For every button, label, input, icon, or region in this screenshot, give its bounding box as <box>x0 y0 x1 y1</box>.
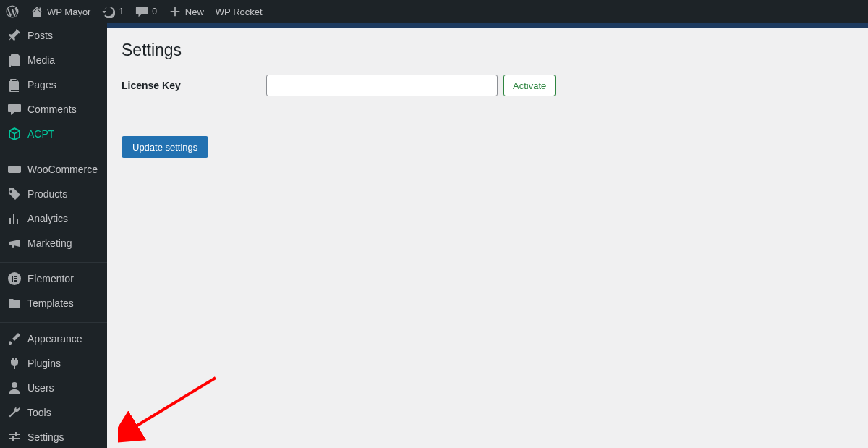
sidebar-item-tools[interactable]: Tools <box>0 400 107 425</box>
svg-rect-2 <box>12 276 13 282</box>
new-content-menu[interactable]: New <box>163 0 210 23</box>
sidebar-item-comments[interactable]: Comments <box>0 97 107 122</box>
annotation-arrow <box>118 371 226 448</box>
wrench-icon <box>7 405 22 420</box>
woo-icon <box>7 162 22 177</box>
sidebar-item-label: Elementor <box>27 273 74 284</box>
comments-menu[interactable]: 0 <box>129 0 163 23</box>
pin-icon <box>7 28 22 43</box>
update-settings-button[interactable]: Update settings <box>122 136 208 158</box>
sidebar-item-settings[interactable]: Settings <box>0 425 107 448</box>
svg-rect-5 <box>14 280 17 282</box>
menu-separator <box>0 259 107 263</box>
svg-rect-0 <box>8 166 21 173</box>
page-title: Settings <box>122 41 854 60</box>
admin-menu: Posts Media Pages Comments ACPT WooComme… <box>0 23 107 448</box>
box-icon <box>7 127 22 141</box>
sidebar-item-woocommerce[interactable]: WooCommerce <box>0 157 107 182</box>
tag-icon <box>7 187 22 201</box>
media-icon <box>7 53 22 67</box>
sidebar-item-label: Posts <box>27 30 53 41</box>
menu-separator <box>0 319 107 323</box>
brush-icon <box>7 331 22 346</box>
plug-icon <box>7 356 22 371</box>
sidebar-item-templates[interactable]: Templates <box>0 291 107 316</box>
user-icon <box>7 381 22 395</box>
sidebar-item-users[interactable]: Users <box>0 376 107 400</box>
sidebar-item-label: Templates <box>27 297 74 309</box>
wp-rocket-label: WP Rocket <box>216 7 263 17</box>
wp-logo-menu[interactable] <box>0 0 25 23</box>
pages-icon <box>7 77 22 92</box>
wp-rocket-menu[interactable]: WP Rocket <box>210 0 268 23</box>
sidebar-item-label: Appearance <box>27 333 82 345</box>
sidebar-item-marketing[interactable]: Marketing <box>0 231 107 255</box>
sidebar-item-elementor[interactable]: Elementor <box>0 266 107 291</box>
admin-sidebar: Posts Media Pages Comments ACPT WooComme… <box>0 23 107 448</box>
license-key-input[interactable] <box>266 75 498 96</box>
chart-icon <box>7 211 22 226</box>
sidebar-item-media[interactable]: Media <box>0 48 107 72</box>
comment-icon <box>7 102 22 117</box>
elementor-icon <box>7 271 22 286</box>
updates-count: 1 <box>119 7 124 17</box>
sidebar-item-label: Users <box>27 382 54 394</box>
svg-line-7 <box>132 378 216 428</box>
sidebar-item-posts[interactable]: Posts <box>0 23 107 48</box>
sidebar-item-acpt[interactable]: ACPT <box>0 122 107 146</box>
sidebar-item-label: Pages <box>27 79 56 90</box>
megaphone-icon <box>7 236 22 250</box>
plus-icon <box>169 5 182 18</box>
sidebar-item-label: Tools <box>27 407 51 418</box>
admin-bar: WP Mayor 1 0 New WP Rocket <box>0 0 868 23</box>
folder-icon <box>7 296 22 310</box>
license-key-label: License Key <box>122 80 266 91</box>
svg-rect-3 <box>14 276 17 277</box>
updates-icon <box>102 5 115 18</box>
sidebar-item-label: Plugins <box>27 358 61 369</box>
sidebar-item-label: Comments <box>27 103 77 115</box>
activate-button[interactable]: Activate <box>503 75 556 96</box>
sidebar-item-plugins[interactable]: Plugins <box>0 351 107 376</box>
comments-count: 0 <box>152 7 157 17</box>
site-name-label: WP Mayor <box>47 7 90 17</box>
new-label: New <box>185 7 204 17</box>
sidebar-item-label: ACPT <box>27 128 54 140</box>
wordpress-logo-icon <box>6 5 19 18</box>
sidebar-item-appearance[interactable]: Appearance <box>0 326 107 351</box>
sidebar-item-label: Media <box>27 54 55 66</box>
svg-rect-4 <box>14 278 17 279</box>
updates-menu[interactable]: 1 <box>96 0 129 23</box>
license-key-row: License Key Activate <box>122 75 854 96</box>
sidebar-item-label: Settings <box>27 431 64 443</box>
sidebar-item-label: WooCommerce <box>27 164 98 175</box>
sidebar-item-label: Marketing <box>27 237 72 249</box>
home-icon <box>30 5 43 18</box>
menu-separator <box>0 150 107 153</box>
sidebar-item-label: Analytics <box>27 213 68 224</box>
sidebar-item-pages[interactable]: Pages <box>0 72 107 97</box>
sidebar-item-products[interactable]: Products <box>0 182 107 206</box>
site-name-menu[interactable]: WP Mayor <box>25 0 96 23</box>
sidebar-item-analytics[interactable]: Analytics <box>0 206 107 231</box>
sliders-icon <box>7 430 22 444</box>
content-area: Settings License Key Activate Update set… <box>107 23 868 448</box>
comment-icon <box>135 5 148 18</box>
sidebar-item-label: Products <box>27 188 67 200</box>
